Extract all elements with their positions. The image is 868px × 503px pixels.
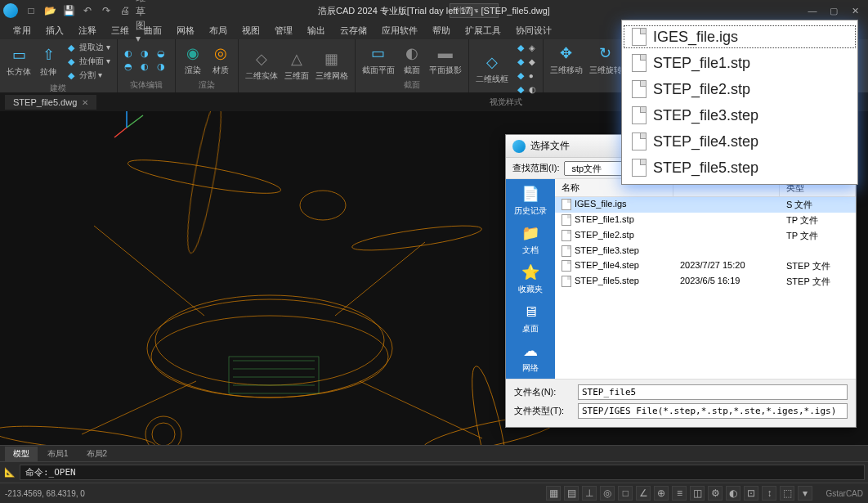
ribbon-small-button[interactable]: ◆拉伸面 ▾ bbox=[64, 55, 112, 68]
menu-item[interactable]: 三维 bbox=[105, 23, 136, 38]
file-row[interactable]: STEP_file1.stpTP 文件 bbox=[555, 213, 856, 228]
redo-icon[interactable]: ↷ bbox=[98, 2, 114, 19]
ribbon-small-button[interactable]: ◑ bbox=[155, 61, 167, 72]
minimize-button[interactable]: — bbox=[803, 3, 822, 18]
polar-toggle[interactable]: ◎ bbox=[600, 486, 615, 501]
save-icon[interactable]: 💾 bbox=[60, 2, 77, 19]
svg-point-3 bbox=[147, 299, 392, 397]
menu-item[interactable]: 插入 bbox=[39, 23, 70, 38]
close-button[interactable]: ✕ bbox=[845, 3, 865, 18]
file-row[interactable]: STEP_file3.step bbox=[555, 244, 856, 258]
file-row[interactable]: STEP_file5.step2023/6/5 16:19STEP 文件 bbox=[555, 274, 856, 290]
snap-toggle[interactable]: ▦ bbox=[546, 486, 561, 501]
ribbon-button[interactable]: ◐截面 bbox=[400, 42, 424, 78]
ribbon-small-button[interactable]: ◆● bbox=[513, 69, 538, 82]
qat-dropdown[interactable]: 二维草图 ▾ bbox=[136, 2, 152, 19]
menu-item[interactable]: 输出 bbox=[301, 23, 332, 38]
ribbon-small-button[interactable]: ◆提取边 ▾ bbox=[64, 41, 112, 54]
ribbon-group: ◇二维实体△三维面▦三维网格 bbox=[239, 39, 356, 92]
autocomplete-item[interactable]: STEP_file1.stp bbox=[622, 50, 857, 76]
file-row[interactable]: IGES_file.igsS 文件 bbox=[555, 197, 856, 213]
view-tab[interactable]: 模型 bbox=[5, 447, 38, 461]
menu-item[interactable]: 应用软件 bbox=[375, 23, 424, 38]
status-toggle[interactable]: ◐ bbox=[726, 486, 740, 501]
ribbon-button[interactable]: ▬平面摄影 bbox=[427, 42, 463, 78]
ribbon-small-button[interactable]: ◐ bbox=[139, 61, 150, 72]
app-logo[interactable] bbox=[3, 3, 18, 18]
ribbon-button[interactable]: ⇧拉伸 bbox=[36, 43, 60, 79]
menu-item[interactable]: 网格 bbox=[170, 23, 201, 38]
open-icon[interactable]: 📂 bbox=[42, 2, 58, 19]
maximize-button[interactable]: ▢ bbox=[824, 3, 843, 18]
view-tab[interactable]: 布局2 bbox=[78, 447, 116, 461]
ribbon-button[interactable]: ✥三维移动 bbox=[548, 42, 584, 78]
menu-item[interactable]: 协同设计 bbox=[509, 23, 558, 38]
ribbon-button[interactable]: ▦三维网格 bbox=[314, 47, 350, 83]
lwt-toggle[interactable]: ≡ bbox=[672, 486, 687, 501]
sidebar-shortcut[interactable]: ☁网络 bbox=[519, 341, 542, 374]
dyn-toggle[interactable]: ⊕ bbox=[654, 486, 669, 501]
ribbon-button[interactable]: ◎材质 bbox=[208, 42, 233, 78]
sidebar-shortcut[interactable]: ⭐收藏夹 bbox=[518, 263, 543, 295]
ribbon-button[interactable]: ▭截面平面 bbox=[360, 42, 396, 78]
sidebar-shortcut[interactable]: 🖥桌面 bbox=[519, 302, 542, 335]
ribbon-small-button[interactable]: ◑ bbox=[139, 47, 150, 59]
ribbon-button[interactable]: ◇二维线框 bbox=[474, 51, 510, 87]
ortho-toggle[interactable]: ⊥ bbox=[582, 486, 597, 501]
file-icon bbox=[562, 230, 571, 241]
ribbon-group: ◉渲染◎材质渲染 bbox=[176, 39, 239, 92]
model-toggle[interactable]: ◫ bbox=[690, 486, 705, 501]
ribbon-button[interactable]: △三维面 bbox=[283, 47, 311, 83]
ribbon-icon: △ bbox=[287, 49, 306, 69]
document-tab[interactable]: STEP_file5.dwg ✕ bbox=[5, 95, 96, 110]
ribbon-button[interactable]: ◉渲染 bbox=[181, 42, 205, 78]
undo-icon[interactable]: ↶ bbox=[79, 2, 96, 19]
autocomplete-item[interactable]: STEP_file2.stp bbox=[622, 76, 857, 102]
ribbon-small-button[interactable]: ◆◈ bbox=[513, 41, 538, 54]
status-toggle[interactable]: ⚙ bbox=[708, 486, 723, 501]
autocomplete-item[interactable]: IGES_file.igs bbox=[622, 24, 857, 50]
ribbon-small-button[interactable]: ◐ bbox=[123, 47, 134, 59]
status-toggle[interactable]: ⬚ bbox=[780, 486, 794, 501]
menu-item[interactable]: 帮助 bbox=[426, 23, 457, 38]
view-tab[interactable]: 布局1 bbox=[39, 447, 77, 461]
otrack-toggle[interactable]: ∠ bbox=[636, 486, 651, 501]
command-input[interactable] bbox=[20, 465, 865, 480]
ribbon-small-button[interactable]: ◆◐ bbox=[513, 83, 538, 96]
status-toggle[interactable]: ▾ bbox=[798, 486, 812, 501]
ribbon-small-button[interactable]: ◆◆ bbox=[513, 55, 538, 68]
file-row[interactable]: STEP_file4.step2023/7/27 15:20STEP 文件 bbox=[555, 258, 856, 274]
osnap-toggle[interactable]: □ bbox=[618, 486, 633, 501]
ribbon-small-button[interactable]: ◓ bbox=[123, 61, 134, 72]
ribbon-button[interactable]: ▭长方体 bbox=[5, 43, 33, 79]
autocomplete-item[interactable]: STEP_file3.step bbox=[622, 102, 857, 128]
autocomplete-item[interactable]: STEP_file4.step bbox=[622, 128, 857, 155]
filename-input[interactable] bbox=[578, 384, 848, 400]
ribbon-small-button[interactable]: ◆分割 ▾ bbox=[64, 69, 112, 82]
new-icon[interactable]: □ bbox=[23, 2, 39, 19]
ribbon-button[interactable]: ↻三维旋转 bbox=[588, 42, 624, 78]
filetype-combo[interactable]: STEP/IGES File(*.step,*.stp,*.ste,*.iges… bbox=[578, 403, 848, 419]
status-toggle[interactable]: ↕ bbox=[762, 486, 776, 501]
statusbar: -213.4569, 68.4319, 0 ▦ ▤ ⊥ ◎ □ ∠ ⊕ ≡ ◫ … bbox=[0, 483, 868, 503]
close-icon[interactable]: ✕ bbox=[82, 98, 88, 107]
sidebar-shortcut[interactable]: 📁文档 bbox=[519, 223, 542, 256]
sidebar-shortcut-label: 文档 bbox=[522, 245, 539, 256]
menu-item[interactable]: 云存储 bbox=[333, 23, 374, 38]
ribbon-group: ◐◑◒◓◐◑实体编辑 bbox=[118, 39, 176, 92]
ribbon-small-button[interactable]: ◒ bbox=[155, 47, 167, 59]
menu-item[interactable]: 视图 bbox=[235, 23, 266, 38]
menu-item[interactable]: 布局 bbox=[203, 23, 234, 38]
menu-item[interactable]: 扩展工具 bbox=[459, 23, 508, 38]
ribbon-button[interactable]: ◇二维实体 bbox=[244, 47, 280, 83]
sidebar-shortcut-label: 历史记录 bbox=[514, 205, 547, 217]
menu-item[interactable]: 管理 bbox=[268, 23, 299, 38]
menu-item[interactable]: 注释 bbox=[72, 23, 103, 38]
autocomplete-item[interactable]: STEP_file5.step bbox=[622, 155, 857, 181]
menu-item[interactable]: 常用 bbox=[7, 23, 38, 38]
file-row[interactable]: STEP_file2.stpTP 文件 bbox=[555, 228, 856, 244]
print-icon[interactable]: 🖨 bbox=[117, 2, 133, 19]
sidebar-shortcut[interactable]: 📄历史记录 bbox=[514, 184, 547, 217]
grid-toggle[interactable]: ▤ bbox=[564, 486, 579, 501]
status-toggle[interactable]: ⊡ bbox=[744, 486, 758, 501]
